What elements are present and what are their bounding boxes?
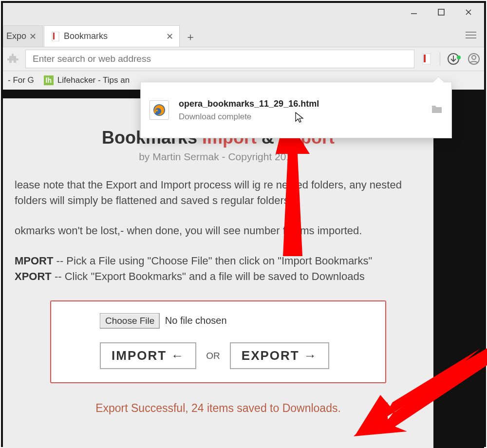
result-message: Export Successful, 24 items saved to Dow… bbox=[15, 402, 422, 415]
downloads-icon[interactable] bbox=[443, 53, 464, 65]
open-folder-icon[interactable] bbox=[431, 104, 443, 116]
minimize-button[interactable] bbox=[400, 3, 428, 21]
tab-inactive[interactable]: Expo ✕ bbox=[3, 25, 43, 47]
bookmark-sidebar-icon[interactable] bbox=[416, 54, 437, 64]
tab-title: Bookmarks bbox=[64, 31, 108, 41]
new-tab-button[interactable]: ＋ bbox=[181, 27, 200, 47]
notification-dot-icon bbox=[457, 56, 461, 59]
maximize-button[interactable] bbox=[428, 3, 455, 21]
bookmark-item[interactable]: lh Lifehacker - Tips an bbox=[39, 75, 134, 85]
paragraph: lease note that the Export and Import pr… bbox=[15, 177, 422, 208]
svg-rect-10 bbox=[424, 55, 426, 62]
page-content: Bookmarks Import & Export by Martin Serm… bbox=[3, 98, 433, 448]
menu-icon[interactable] bbox=[466, 31, 476, 41]
bookmark-icon bbox=[51, 32, 60, 41]
bookmark-item[interactable]: - For G bbox=[3, 75, 39, 85]
extensions-icon[interactable] bbox=[3, 53, 23, 65]
choose-file-button[interactable]: Choose File bbox=[100, 313, 160, 329]
byline: by Martin Sermak - Copyright 2016 bbox=[15, 151, 422, 163]
download-filename: opera_bookmarks_11_29_16.html bbox=[179, 99, 431, 109]
bookmark-label: - For G bbox=[8, 75, 34, 85]
address-bar-row bbox=[3, 47, 484, 71]
import-button[interactable]: IMPORT ← bbox=[100, 342, 196, 369]
svg-point-14 bbox=[472, 56, 476, 59]
or-label: OR bbox=[206, 351, 220, 361]
browser-chrome: Expo ✕ Bookmarks ✕ ＋ bbox=[3, 3, 484, 90]
paragraph: okmarks won't be lost,- when done, you w… bbox=[15, 223, 422, 239]
tab-close-icon[interactable]: ✕ bbox=[29, 31, 37, 42]
action-panel: Choose File No file chosen IMPORT ← OR E… bbox=[50, 300, 386, 383]
bookmark-label: Lifehacker - Tips an bbox=[57, 75, 130, 85]
close-button[interactable] bbox=[455, 3, 482, 21]
download-status: Download complete bbox=[179, 112, 431, 122]
tab-close-icon[interactable]: ✕ bbox=[166, 31, 173, 42]
svg-rect-5 bbox=[53, 33, 55, 39]
window-controls bbox=[400, 3, 482, 21]
profile-icon[interactable] bbox=[464, 53, 484, 65]
download-popup: opera_bookmarks_11_29_16.html Download c… bbox=[140, 82, 452, 138]
cursor-icon bbox=[295, 112, 304, 126]
svg-rect-1 bbox=[438, 9, 444, 15]
lifehacker-icon: lh bbox=[44, 75, 54, 85]
tab-active[interactable]: Bookmarks ✕ bbox=[44, 25, 180, 47]
address-input[interactable] bbox=[25, 50, 414, 68]
export-button[interactable]: EXPORT → bbox=[230, 342, 329, 369]
file-status: No file chosen bbox=[165, 315, 227, 326]
instructions: MPORT -- Pick a File using "Choose File"… bbox=[15, 253, 422, 284]
tab-title: Expo bbox=[6, 31, 26, 41]
firefox-file-icon bbox=[150, 100, 169, 120]
